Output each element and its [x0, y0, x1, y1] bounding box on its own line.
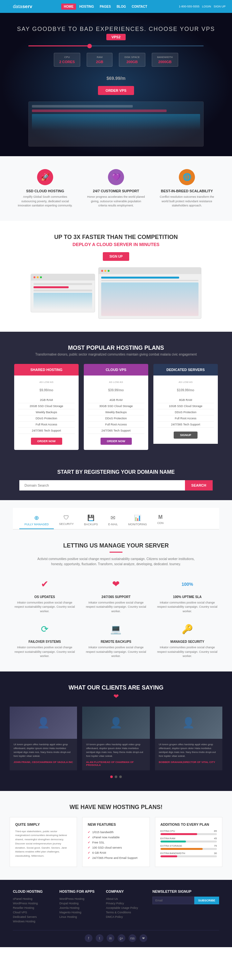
- social-googleplus[interactable]: g+: [118, 934, 126, 942]
- support-text: Inkator communities positive social chan…: [84, 601, 148, 614]
- tab-label: FULLY MANAGED: [24, 523, 49, 526]
- manage-divider: [110, 552, 122, 553]
- domain-title: START BY REGISTERING YOUR DOMAIN NAME: [19, 469, 213, 475]
- deploy-screen-main: [98, 267, 202, 319]
- monitoring-icon: 📊: [134, 514, 141, 522]
- tab-backups[interactable]: 💾 BACKUPS: [79, 512, 103, 529]
- manage-remote-backups: 💻 REMOTE BACKUPS Inkator communities pos…: [84, 621, 148, 659]
- footer-email-input[interactable]: [153, 897, 194, 904]
- nav-hosting[interactable]: HOSTING: [77, 3, 97, 10]
- footer-link[interactable]: Terms & Conditions: [106, 910, 146, 915]
- hosting-plans-text: Transformative donors, public sector mar…: [10, 353, 222, 356]
- hosting-plans-section: MOST POPULAR HOSTING PLANS Transformativ…: [0, 332, 232, 463]
- uptime-text: Inkator communities positive social chan…: [156, 601, 219, 614]
- nav-home[interactable]: HOME: [61, 3, 76, 10]
- footer-link[interactable]: DMCA Policy: [106, 915, 146, 919]
- feature-support-title: 24/7 customer support: [87, 189, 145, 193]
- testimonial-3-img: 👤: [155, 706, 222, 739]
- new-feature-3: 100 SSD cloud servers: [87, 845, 144, 850]
- footer-link[interactable]: Windows Hosting: [13, 919, 53, 924]
- plan-cloud-btn[interactable]: ORDER NOW: [100, 438, 132, 445]
- plan-dedicated-body: AS LOW AS $109.99/mo 8GB RAM 10GB SSD Cl…: [153, 375, 218, 444]
- plan-shared-btn[interactable]: ORDER NOW: [31, 438, 62, 445]
- social-facebook[interactable]: f: [85, 934, 92, 942]
- spec-cpu: CPU 2 CORES: [54, 53, 80, 67]
- tab-cdn[interactable]: m CDN: [152, 512, 169, 529]
- nav-pages[interactable]: PAGES: [97, 3, 113, 10]
- feature-support-text: Honor progress accelerates the world pla…: [87, 195, 145, 208]
- screen-line-blue: [101, 277, 179, 278]
- os-updates-text: Inkator communities positive social chan…: [13, 601, 76, 614]
- logo-data: dataserv: [13, 3, 32, 10]
- footer-link[interactable]: Cloud VPS: [13, 910, 53, 915]
- features-grid: 🚀 SSD Cloud Hosting Amplify Global South…: [13, 169, 219, 208]
- hero-content: SAY GOODBYE TO BAD EXPERIENCES. CHOOSE Y…: [6, 26, 226, 146]
- plan-feature: Full Root Access: [157, 415, 214, 422]
- testimonial-2-author: ALAN FLUTE/HEAD OF CHAIRMAN OF PROSOULA: [86, 761, 146, 767]
- nav-signup[interactable]: SIGN UP: [214, 5, 226, 8]
- specs-grid: CPU 2 CORES RAM 2GB Disk Space 200GB Ban…: [6, 53, 226, 67]
- os-updates-icon: ✔: [37, 576, 52, 592]
- dot-2[interactable]: [115, 775, 117, 778]
- slider-track: [29, 45, 203, 46]
- testimonial-3-img-inner: 👤: [155, 706, 222, 739]
- footer-link[interactable]: Reseller Hosting: [13, 905, 53, 910]
- social-twitter[interactable]: t: [96, 934, 103, 942]
- deploy-screens: [13, 267, 219, 319]
- footer-link[interactable]: Magento Hosting: [59, 910, 99, 915]
- footer-link[interactable]: Linux Hosting: [59, 915, 99, 919]
- nav-contact[interactable]: CONTACT: [129, 3, 150, 10]
- new-plan-additions: ADDITIONS TO EVERY PLAN EXTRA CPU 65 EXT…: [155, 817, 222, 867]
- new-plans-section: WE HAVE NEW HOSTING PLANS! QUITE SIMPLY …: [0, 791, 232, 880]
- dot-3[interactable]: [119, 775, 122, 778]
- manage-uptime: 100% 100% UPTIME SLA Inkator communities…: [156, 576, 219, 614]
- signup-button[interactable]: SIGN UP: [103, 252, 129, 261]
- tab-monitoring[interactable]: 📊 MONITORING: [123, 512, 152, 529]
- footer-link[interactable]: WordPress Hosting: [59, 897, 99, 901]
- footer-link[interactable]: Joomla Hosting: [59, 905, 99, 910]
- dot-1[interactable]: [110, 775, 113, 778]
- footer: CLOUD HOSTING cPanel Hosting WordPress H…: [0, 880, 232, 947]
- footer-link[interactable]: Acceptable Usage Policy: [106, 905, 146, 910]
- spec-disk-value: 200GB: [124, 60, 140, 64]
- dot-green: [40, 276, 42, 278]
- domain-search-input[interactable]: [19, 480, 185, 490]
- footer-link[interactable]: Drupal Hosting: [59, 901, 99, 905]
- heart-icon: ❤: [10, 692, 222, 700]
- plan-cloud-as-low: AS LOW AS: [87, 381, 145, 383]
- tab-security[interactable]: 🛡 SECURITY: [54, 512, 79, 529]
- testimonial-2-body: Ut lorem grupen offes hardship appli vid…: [82, 739, 149, 770]
- hero-title: SAY GOODBYE TO BAD EXPERIENCES. CHOOSE Y…: [6, 26, 226, 32]
- footer-link[interactable]: cPanel Hosting: [13, 897, 53, 901]
- social-rss[interactable]: rss: [129, 934, 136, 942]
- footer-link[interactable]: Privacy Policy: [106, 901, 146, 905]
- tab-email[interactable]: ✉ E-MAIL: [103, 512, 123, 529]
- order-vps-button[interactable]: ORDER VPS: [98, 86, 134, 95]
- testimonial-1-img: 👤: [10, 706, 77, 739]
- testimonials-section: WHAT OUR CLIENTS ARE SAYING ❤ 👤 Ut lorem…: [0, 671, 232, 791]
- feature-support: 💜 24/7 customer support Honor progress a…: [84, 169, 148, 208]
- domain-search-button[interactable]: SEARCH: [185, 480, 213, 490]
- footer-link[interactable]: Dedicated Servers: [13, 915, 53, 919]
- social-linkedin[interactable]: in: [106, 934, 114, 942]
- dot-yellow-main: [104, 270, 106, 272]
- social-heart[interactable]: ❤: [140, 934, 147, 942]
- screen-header: [31, 274, 95, 280]
- plan-dedicated-header: DEDICATED SERVERS: [153, 364, 218, 375]
- footer-company-title: COMPANY: [106, 889, 146, 893]
- nav-blog[interactable]: BLOG: [114, 3, 129, 10]
- footer-subscribe-button[interactable]: SUBSCRIBE: [194, 897, 219, 904]
- feature-ssd-text: Amplify Global South communities outsour…: [16, 195, 74, 208]
- hero-section: SAY GOODBYE TO BAD EXPERIENCES. CHOOSE Y…: [0, 13, 232, 156]
- tab-fully-managed[interactable]: ⊕ FULLY MANAGED: [19, 512, 54, 529]
- spec-ram-value: 2GB: [92, 60, 107, 64]
- footer-link[interactable]: About Us: [106, 897, 146, 901]
- slider-container: [29, 45, 203, 46]
- footer-link[interactable]: WordPress Hosting: [13, 901, 53, 905]
- plan-dedicated-btn[interactable]: SIGNUP: [174, 431, 198, 439]
- slider-thumb[interactable]: [87, 44, 92, 48]
- support-title: 24/7/365 SUPPORT: [84, 595, 148, 599]
- failover-title: FAILOVER SYSTEMS: [13, 640, 76, 643]
- nav-login[interactable]: LOGIN: [202, 5, 211, 8]
- screen-chart-main: [101, 282, 199, 316]
